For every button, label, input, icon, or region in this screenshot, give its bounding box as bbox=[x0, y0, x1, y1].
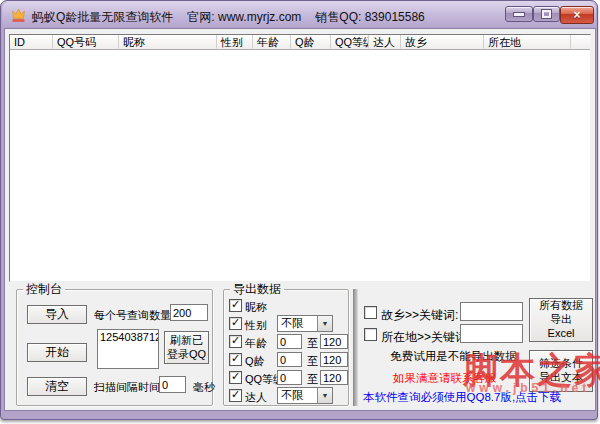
qqlevel-min-input[interactable] bbox=[277, 370, 302, 385]
column-header-age[interactable]: 年龄 bbox=[253, 35, 291, 50]
scan-interval-input[interactable] bbox=[159, 376, 186, 393]
sales-qq-label: 销售QQ: 839015586 bbox=[315, 9, 424, 26]
minimize-button[interactable] bbox=[505, 6, 533, 22]
location-keyword-label: 所在地>>关键词: bbox=[381, 329, 470, 346]
website-label: 官网: www.myrjz.com bbox=[187, 9, 301, 26]
column-header-location[interactable]: 所在地 bbox=[484, 35, 571, 50]
age-range-word: 至 bbox=[307, 336, 318, 351]
start-button-label: 开始 bbox=[45, 344, 69, 361]
age-min-input[interactable] bbox=[277, 334, 302, 349]
gender-checkbox[interactable] bbox=[229, 317, 242, 330]
column-header-gender[interactable]: 性别 bbox=[217, 35, 253, 50]
maximize-button[interactable] bbox=[533, 6, 560, 22]
column-header-filler bbox=[571, 35, 590, 50]
window-title: 蚂蚁Q龄批量无限查询软件 官网: www.myrjz.com 销售QQ: 839… bbox=[32, 9, 425, 26]
expert-checkbox[interactable] bbox=[229, 389, 242, 402]
gender-select-value: 不限 bbox=[278, 316, 317, 331]
app-window: 蚂蚁Q龄批量无限查询软件 官网: www.myrjz.com 销售QQ: 839… bbox=[0, 0, 600, 424]
excel-button-line1: 所有数据 bbox=[539, 299, 583, 313]
column-header-id[interactable]: ID bbox=[10, 35, 53, 50]
table-body[interactable] bbox=[10, 50, 590, 281]
expert-checkbox-label: 达人 bbox=[245, 390, 267, 405]
table-header: ID QQ号码 昵称 性别 年龄 Q龄 QQ等级 达人 故乡 所在地 bbox=[10, 35, 590, 50]
hometown-keyword-label: 故乡>>关键词: bbox=[381, 307, 458, 324]
start-button[interactable]: 开始 bbox=[27, 343, 87, 362]
clear-button[interactable]: 清空 bbox=[27, 377, 87, 396]
column-header-qqlevel[interactable]: QQ等级 bbox=[331, 35, 369, 50]
qage-checkbox-label: Q龄 bbox=[245, 354, 265, 369]
console-panel-title: 控制台 bbox=[23, 282, 65, 296]
per-count-label: 每个号查询数量 bbox=[94, 308, 171, 323]
titlebar[interactable]: 蚂蚁Q龄批量无限查询软件 官网: www.myrjz.com 销售QQ: 839… bbox=[2, 2, 596, 29]
qage-max-input[interactable] bbox=[320, 352, 348, 367]
logged-qq-list[interactable]: 1254038712 bbox=[97, 329, 159, 369]
column-header-qq[interactable]: QQ号码 bbox=[53, 35, 119, 50]
nickname-checkbox-label: 昵称 bbox=[245, 300, 267, 315]
qqlevel-max-input[interactable] bbox=[320, 370, 348, 385]
column-header-hometown[interactable]: 故乡 bbox=[401, 35, 484, 50]
gender-select[interactable]: 不限 ▼ bbox=[277, 315, 333, 332]
qqlevel-range-word: 至 bbox=[307, 372, 318, 387]
column-header-qage[interactable]: Q龄 bbox=[291, 35, 331, 50]
app-name: 蚂蚁Q龄批量无限查询软件 bbox=[32, 9, 173, 26]
column-header-nickname[interactable]: 昵称 bbox=[119, 35, 217, 50]
crown-app-icon bbox=[11, 8, 26, 23]
import-button[interactable]: 导入 bbox=[27, 305, 87, 324]
location-keyword-checkbox[interactable] bbox=[364, 328, 377, 341]
gender-checkbox-label: 性别 bbox=[245, 318, 267, 333]
logged-qq-item[interactable]: 1254038712 bbox=[100, 331, 159, 343]
nickname-checkbox[interactable] bbox=[229, 299, 242, 312]
maximize-icon bbox=[542, 10, 551, 18]
excel-button-line2: 导出 bbox=[539, 313, 583, 327]
age-checkbox[interactable] bbox=[229, 335, 242, 348]
expert-select[interactable]: 不限 ▼ bbox=[277, 387, 333, 404]
column-header-expert[interactable]: 达人 bbox=[369, 35, 401, 50]
jb51-watermark-url: www.jb51.net bbox=[466, 381, 590, 395]
export-panel-title: 导出数据 bbox=[230, 282, 284, 296]
export-all-excel-button[interactable]: 所有数据 导出 Excel bbox=[529, 298, 593, 342]
hometown-keyword-input[interactable] bbox=[460, 302, 523, 321]
age-checkbox-label: 年龄 bbox=[245, 336, 267, 351]
vertical-separator bbox=[353, 289, 358, 406]
qqlevel-checkbox[interactable] bbox=[229, 371, 242, 384]
refresh-button-label: 刷新已登录QQ bbox=[165, 334, 208, 362]
per-count-input[interactable] bbox=[170, 304, 208, 321]
qage-range-word: 至 bbox=[307, 354, 318, 369]
milliseconds-label: 毫秒 bbox=[193, 380, 215, 395]
export-data-panel: 导出数据 昵称 性别 不限 ▼ 年龄 至 Q龄 bbox=[223, 289, 349, 406]
minimize-icon bbox=[514, 13, 524, 16]
expert-select-value: 不限 bbox=[278, 388, 317, 403]
scan-interval-label: 扫描间隔时间 bbox=[94, 380, 160, 395]
clear-button-label: 清空 bbox=[45, 378, 69, 395]
refresh-logged-qq-button[interactable]: 刷新已登录QQ bbox=[164, 331, 209, 364]
qage-min-input[interactable] bbox=[277, 352, 302, 367]
location-keyword-input[interactable] bbox=[460, 324, 523, 343]
qage-checkbox[interactable] bbox=[229, 353, 242, 366]
chevron-down-icon[interactable]: ▼ bbox=[317, 316, 332, 331]
close-button[interactable]: × bbox=[560, 6, 594, 24]
console-panel: 控制台 导入 每个号查询数量 1254038712 刷新已登录QQ 开始 清空 bbox=[16, 289, 213, 406]
excel-button-line3: Excel bbox=[539, 327, 583, 341]
hometown-keyword-checkbox[interactable] bbox=[364, 306, 377, 319]
chevron-down-icon[interactable]: ▼ bbox=[317, 388, 332, 403]
import-button-label: 导入 bbox=[45, 306, 69, 323]
close-icon: × bbox=[573, 8, 580, 22]
age-max-input[interactable] bbox=[320, 334, 348, 349]
results-table: ID QQ号码 昵称 性别 年龄 Q龄 QQ等级 达人 故乡 所在地 bbox=[9, 34, 591, 282]
